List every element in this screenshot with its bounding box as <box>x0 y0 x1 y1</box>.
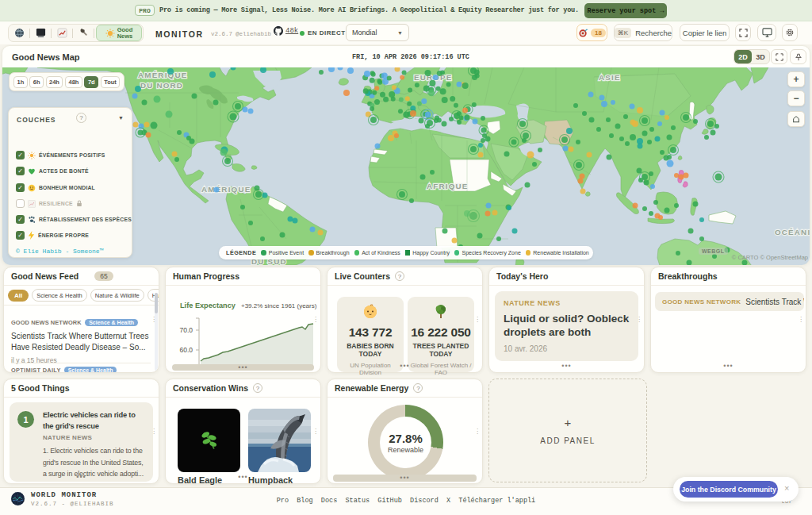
svg-text:AMÉRIQUE: AMÉRIQUE <box>201 185 251 194</box>
svg-text:DU NORD: DU NORD <box>140 81 183 90</box>
svg-text:70.0: 70.0 <box>179 326 193 334</box>
svg-text:OCÉANIE: OCÉANIE <box>775 228 810 236</box>
svg-text:AMÉRIQUE: AMÉRIQUE <box>138 71 187 79</box>
svg-text:60.0: 60.0 <box>179 346 193 354</box>
svg-text:AFRIQUE: AFRIQUE <box>427 182 469 190</box>
svg-text:ASIE: ASIE <box>599 73 621 82</box>
